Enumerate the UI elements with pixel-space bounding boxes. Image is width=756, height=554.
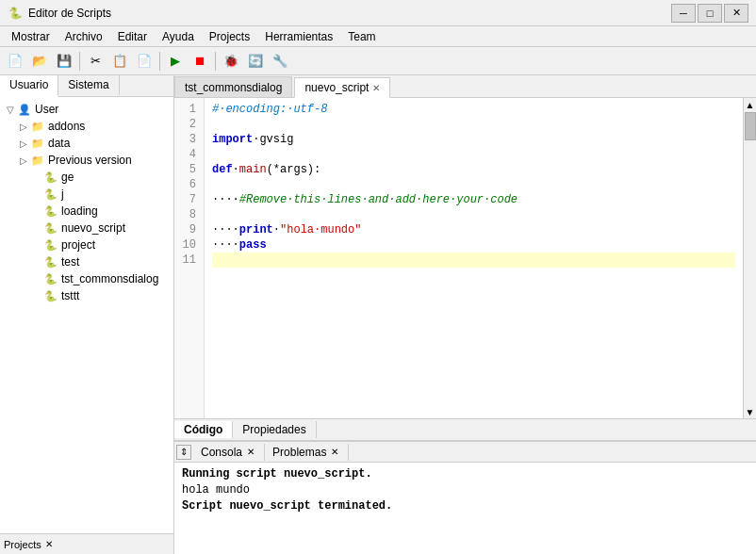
code-line-7: ····#Remove·this·lines·and·add·here·your… [212, 192, 735, 207]
tree-label-project: project [61, 238, 95, 252]
line-num-9: 9 [182, 222, 196, 237]
line-num-1: 1 [182, 102, 196, 117]
consola-close-icon[interactable]: ✕ [245, 447, 256, 457]
console-line-1: Running script nuevo_script. [182, 466, 748, 482]
scroll-thumb[interactable] [745, 112, 756, 140]
refresh-button[interactable]: 🔄 [244, 50, 267, 73]
console-text-1: Running script nuevo_script. [182, 467, 372, 481]
maximize-button[interactable]: □ [698, 4, 722, 23]
line-num-7: 7 [182, 192, 196, 207]
code-line-8 [212, 207, 735, 222]
tab-problemas[interactable]: Problemas ✕ [265, 444, 349, 461]
menu-editar[interactable]: Editar [110, 28, 155, 45]
cut-button[interactable]: ✂ [84, 50, 107, 73]
tree-label-previous-version: Previous version [48, 154, 132, 167]
menu-bar: Mostrar Archivo Editar Ayuda Projects He… [0, 26, 756, 47]
save-button[interactable]: 💾 [53, 50, 75, 73]
tree-toggle-user[interactable]: ▽ [4, 103, 17, 116]
tree-toggle-addons[interactable]: ▷ [17, 120, 30, 133]
tab-consola[interactable]: Consola ✕ [193, 444, 265, 461]
projects-tab[interactable]: Projects ✕ [4, 539, 55, 550]
line-num-10: 10 [182, 237, 196, 253]
tree-label-j: j [61, 187, 64, 201]
tab-tst-commonsdialog[interactable]: tst_commonsdialog [174, 76, 292, 97]
code-area[interactable]: 1 2 3 4 5 6 7 8 9 10 11 #·encoding:·utf-… [174, 98, 756, 418]
tab-nuevo-script-close-icon[interactable]: ✕ [372, 83, 380, 93]
main-container: Usuario Sistema ▽ 👤 User ▷ 📁 addons ▷ [0, 75, 756, 554]
code-line-1: #·encoding:·utf-8 [212, 102, 735, 117]
tree-item-ge[interactable]: 🐍 ge [4, 169, 170, 186]
new-button[interactable]: 📄 [4, 50, 26, 73]
console-line-3: Script nuevo_script terminated. [182, 498, 748, 514]
menu-mostrar[interactable]: Mostrar [4, 28, 58, 45]
tree-item-data[interactable]: ▷ 📁 data [4, 135, 170, 152]
tree-item-addons[interactable]: ▷ 📁 addons [4, 118, 170, 135]
tree-item-nuevo-script[interactable]: 🐍 nuevo_script [4, 220, 170, 236]
tab-sistema[interactable]: Sistema [58, 75, 119, 96]
code-line-5: def·main(*args): [212, 162, 735, 177]
toolbar-sep-3 [215, 52, 216, 71]
tab-codigo[interactable]: Código [174, 421, 233, 438]
line-num-6: 6 [182, 177, 196, 192]
close-button[interactable]: ✕ [724, 4, 748, 23]
toolbar-sep-2 [159, 52, 160, 71]
tab-nuevo-script[interactable]: nuevo_script ✕ [294, 77, 390, 98]
tree-item-tsttt[interactable]: 🐍 tsttt [4, 287, 170, 304]
code-editor: 1 2 3 4 5 6 7 8 9 10 11 #·encoding:·utf-… [174, 98, 743, 418]
tree-label-ge: ge [61, 171, 74, 184]
python-icon-test: 🐍 [43, 254, 58, 269]
tree-toggle-data[interactable]: ▷ [17, 137, 30, 150]
open-button[interactable]: 📂 [28, 50, 51, 73]
menu-projects[interactable]: Projects [202, 28, 257, 45]
menu-team[interactable]: Team [340, 28, 383, 45]
tree-label-loading: loading [61, 204, 98, 218]
folder-icon-data: 📁 [30, 136, 45, 151]
app-icon: 🐍 [8, 6, 23, 21]
tree-item-tst-commonsdialog[interactable]: 🐍 tst_commonsdialog [4, 270, 170, 287]
tree-label-data: data [48, 137, 70, 150]
stop-button[interactable]: ⏹ [189, 50, 211, 73]
python-icon-tsttt: 🐍 [43, 288, 58, 303]
tree-label-test: test [61, 255, 79, 269]
line-num-4: 4 [182, 147, 196, 162]
window-controls: ─ □ ✕ [671, 4, 748, 23]
console-drag-handle[interactable]: ⇕ [176, 445, 191, 460]
tree-item-j[interactable]: 🐍 j [4, 186, 170, 203]
menu-ayuda[interactable]: Ayuda [155, 28, 202, 45]
tree-item-loading[interactable]: 🐍 loading [4, 203, 170, 220]
scroll-down-button[interactable]: ▼ [744, 405, 756, 418]
menu-herramientas[interactable]: Herramientas [257, 28, 340, 45]
line-num-5: 5 [182, 162, 196, 177]
problemas-label: Problemas [272, 446, 326, 459]
problemas-close-icon[interactable]: ✕ [329, 447, 340, 457]
app-title: Editor de Scripts [28, 7, 111, 20]
console-content: Running script nuevo_script. hola mundo … [174, 463, 756, 554]
minimize-button[interactable]: ─ [671, 4, 696, 23]
run-button[interactable]: ▶ [164, 50, 187, 73]
tree-label-nuevo-script: nuevo_script [61, 221, 125, 235]
vertical-scrollbar[interactable]: ▲ ▼ [743, 98, 756, 418]
projects-close-icon[interactable]: ✕ [43, 539, 55, 549]
console-text-2: hola mundo [182, 483, 250, 497]
tab-nuevo-script-label: nuevo_script [304, 81, 369, 94]
python-icon-nuevo-script: 🐍 [43, 220, 58, 236]
tools-button[interactable]: 🔧 [269, 50, 291, 73]
line-numbers: 1 2 3 4 5 6 7 8 9 10 11 [174, 98, 205, 418]
code-line-9: ····print·"hola·mundo" [212, 222, 735, 237]
tab-propiedades[interactable]: Propiedades [233, 421, 316, 438]
menu-archivo[interactable]: Archivo [58, 28, 110, 45]
tree-item-user[interactable]: ▽ 👤 User [4, 101, 170, 118]
paste-button[interactable]: 📄 [133, 50, 156, 73]
tab-usuario[interactable]: Usuario [0, 75, 58, 97]
line-num-2: 2 [182, 117, 196, 132]
tree-label-tst-commonsdialog: tst_commonsdialog [61, 272, 158, 285]
scroll-up-button[interactable]: ▲ [744, 98, 756, 111]
tree-toggle-previous-version[interactable]: ▷ [17, 154, 30, 167]
tree-item-previous-version[interactable]: ▷ 📁 Previous version [4, 152, 170, 169]
tree-item-project[interactable]: 🐍 project [4, 236, 170, 253]
debug-button[interactable]: 🐞 [220, 50, 242, 73]
copy-button[interactable]: 📋 [108, 50, 131, 73]
tree-item-test[interactable]: 🐍 test [4, 253, 170, 270]
code-content[interactable]: #·encoding:·utf-8 import·gvsig def·main(… [205, 98, 743, 418]
left-tabs: Usuario Sistema [0, 75, 173, 97]
